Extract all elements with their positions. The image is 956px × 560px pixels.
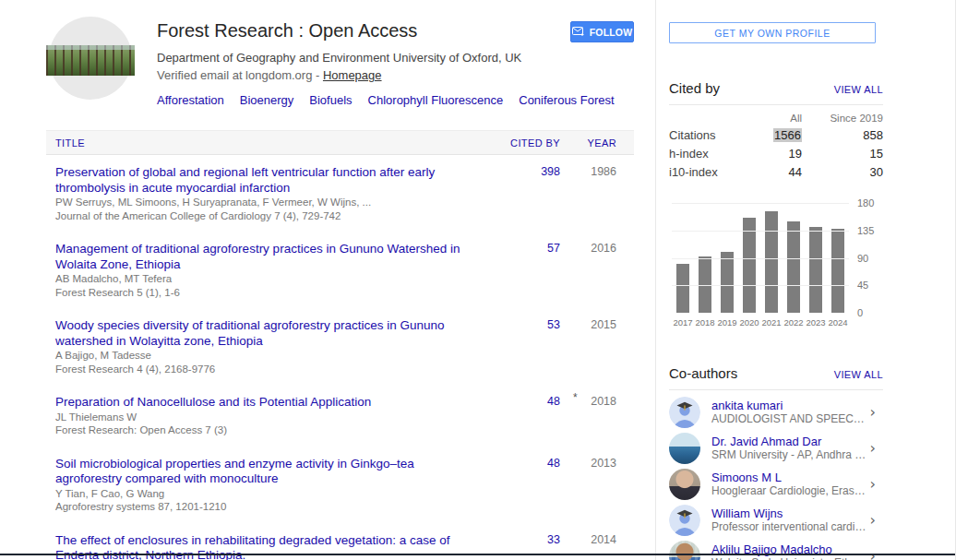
coauthor-item[interactable]: William WijnsProfessor interventional ca… — [669, 502, 883, 538]
publication-venue: Journal of the American College of Cardi… — [55, 210, 471, 223]
stat-row-i10-index: i10-index4430 — [669, 165, 883, 179]
follow-label: FOLLOW — [590, 27, 633, 38]
coauthor-generic-avatar-icon — [669, 397, 700, 428]
publication-venue: Forest Research: Open Access 7 (3) — [55, 424, 471, 437]
citation-stats: Citations1566858h-index1915i10-index4430 — [669, 128, 883, 179]
profile-photo[interactable] — [49, 17, 132, 100]
publication-authors: AB Madalcho, MT Tefera — [55, 273, 471, 286]
cited-by-count-link[interactable]: 33 — [547, 533, 560, 546]
coauthor-photo-avatar — [669, 433, 700, 464]
chart-x-tick: 2017 — [672, 317, 694, 328]
publication-title-link[interactable]: Preparation of Nanocellulose and its Pot… — [55, 395, 471, 411]
stat-value-since: 15 — [802, 147, 883, 161]
stat-number: 19 — [789, 147, 802, 161]
column-since-2019: Since 2019 — [802, 113, 883, 124]
coauthor-item[interactable]: Simoons M LHoogleraar Cardiologie, Erasm… — [669, 466, 883, 502]
coauthor-item[interactable]: Aklilu Bajigo MadalchoWolaita Sodo Unive… — [669, 538, 883, 560]
cited-by-count-link[interactable]: 53 — [547, 318, 560, 331]
interest-tag[interactable]: Chlorophyll Fluorescence — [368, 93, 504, 107]
stat-value-all: 1566 — [737, 128, 802, 142]
coauthor-description: AUDIOLOGIST AND SPEECH L... — [711, 412, 866, 425]
interest-tag[interactable]: Bioenergy — [240, 93, 294, 107]
publication-authors: PW Serruys, ML Simoons, H Suryapranata, … — [55, 197, 471, 209]
coauthor-name-link[interactable]: Simoons M L — [711, 471, 866, 484]
publication-title-link[interactable]: Preservation of global and regional left… — [55, 165, 471, 196]
chevron-right-icon[interactable]: › — [866, 511, 883, 529]
coauthor-item[interactable]: ankita kumariAUDIOLOGIST AND SPEECH L...… — [669, 394, 883, 430]
publication-year: 2018 — [560, 395, 616, 437]
coauthors-title: Co-authors — [669, 365, 737, 381]
chart-bar-2023[interactable] — [809, 227, 822, 313]
publications-table: TITLE CITED BY YEAR Preservation of glob… — [46, 130, 634, 560]
right-sidebar: GET MY OWN PROFILE Cited by VIEW ALL All… — [655, 0, 956, 560]
publication-year: 2013 — [560, 457, 616, 514]
coauthor-name-link[interactable]: William Wijns — [711, 506, 866, 520]
coauthor-description: Professor interventional cardiology — [711, 520, 866, 533]
publication-row: Soil microbiological properties and enzy… — [46, 447, 634, 523]
chevron-right-icon[interactable]: › — [866, 403, 883, 421]
column-header-cited-by[interactable]: CITED BY — [471, 137, 560, 149]
cited-by-count-link[interactable]: 398 — [541, 165, 560, 178]
interest-tags: AfforestationBioenergyBiofuelsChlorophyl… — [157, 93, 655, 107]
chart-x-tick: 2021 — [760, 317, 783, 328]
publications-rows: Preservation of global and regional left… — [46, 155, 634, 560]
coauthor-name-link[interactable]: ankita kumari — [711, 399, 866, 412]
stat-value-since: 858 — [802, 128, 883, 142]
interest-tag[interactable]: Biofuels — [309, 93, 352, 107]
publication-title-link[interactable]: Woody species diversity of traditional a… — [55, 318, 471, 349]
publication-main: Management of traditional agroforestry p… — [46, 242, 471, 299]
stat-value-all: 44 — [737, 165, 802, 179]
cited-by-view-all-link[interactable]: VIEW ALL — [834, 84, 883, 95]
chart-bar-2019[interactable] — [721, 252, 734, 313]
chart-y-tick: 135 — [857, 225, 874, 236]
chart-bar-2022[interactable] — [787, 221, 800, 313]
chart-bar-slot — [738, 218, 760, 313]
publication-title-link[interactable]: Management of traditional agroforestry p… — [55, 242, 471, 272]
chart-bar-2024[interactable] — [831, 229, 844, 313]
chart-bar-2021[interactable] — [765, 211, 778, 313]
coauthor-name-link[interactable]: Dr. Javid Ahmad Dar — [711, 435, 866, 448]
chevron-right-icon[interactable]: › — [866, 475, 883, 493]
interest-tag[interactable]: Coniferous Forest — [519, 93, 614, 107]
chart-bar-2020[interactable] — [743, 218, 756, 313]
verified-email: Verified email at longdom.org - Homepage — [157, 68, 655, 82]
publication-main: The effect of enclosures in rehabilitati… — [46, 533, 471, 560]
publication-year: 2016 — [560, 242, 616, 299]
coauthor-description: SRM University - AP, Andhra Pra... — [711, 448, 866, 461]
interest-tag[interactable]: Afforestation — [157, 93, 224, 107]
forest-photo-band — [46, 45, 135, 76]
get-my-own-profile-button[interactable]: GET MY OWN PROFILE — [669, 22, 876, 43]
chart-gridline — [672, 231, 849, 232]
column-header-title[interactable]: TITLE — [46, 137, 471, 149]
coauthor-text: Dr. Javid Ahmad DarSRM University - AP, … — [711, 435, 866, 461]
main-column: Forest Research : Open Access Department… — [0, 0, 655, 560]
chart-bar-2017[interactable] — [676, 264, 689, 313]
cited-by-count-link[interactable]: 57 — [547, 242, 560, 255]
chart-y-tick: 45 — [857, 280, 868, 291]
coauthors-divider — [669, 389, 883, 390]
stat-row-h-index: h-index1915 — [669, 147, 883, 161]
publication-title-link[interactable]: Soil microbiological properties and enzy… — [55, 457, 471, 487]
chevron-right-icon[interactable]: › — [866, 439, 883, 457]
profile-header: Forest Research : Open Access Department… — [0, 0, 655, 107]
chart-bar-slot — [716, 252, 738, 313]
verified-email-text: Verified email at longdom.org - — [157, 68, 323, 82]
homepage-link[interactable]: Homepage — [323, 68, 382, 82]
scholar-profile-page: Forest Research : Open Access Department… — [0, 0, 956, 560]
coauthor-description: Wolaita Sodo Univeristy, Ethoipi... — [711, 556, 866, 560]
coauthors-view-all-link[interactable]: VIEW ALL — [834, 369, 883, 380]
publication-year: 2015 — [560, 318, 616, 375]
follow-envelope-icon — [572, 27, 585, 37]
chart-bar-slot — [672, 264, 694, 313]
cited-by-count-link[interactable]: 48 — [547, 395, 560, 408]
coauthor-item[interactable]: Dr. Javid Ahmad DarSRM University - AP, … — [669, 430, 883, 466]
chart-y-tick: 0 — [857, 307, 863, 318]
follow-button[interactable]: FOLLOW — [570, 21, 634, 42]
column-all: All — [737, 113, 802, 124]
chart-bar-slot — [805, 227, 827, 313]
cited-by-count-link[interactable]: 48 — [547, 457, 560, 470]
profile-affiliation: Department of Geography and Environment … — [157, 51, 655, 65]
publication-title-link[interactable]: The effect of enclosures in rehabilitati… — [55, 533, 471, 560]
column-header-year[interactable]: YEAR — [560, 137, 616, 149]
publication-authors: JL Thielemans W — [55, 411, 471, 424]
